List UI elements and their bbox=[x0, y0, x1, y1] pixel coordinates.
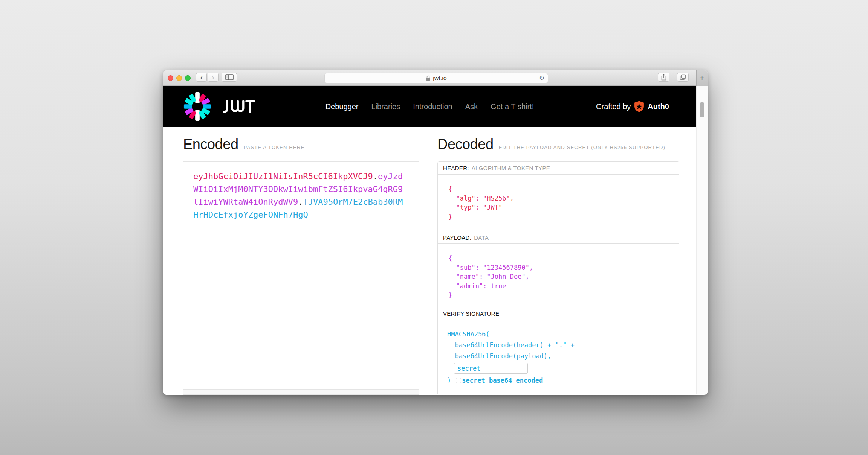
debugger-content: Encoded PASTE A TOKEN HERE eyJhbGciOiJIU… bbox=[163, 127, 696, 394]
secret-input[interactable] bbox=[454, 363, 528, 374]
nav-links: Debugger Libraries Introduction Ask Get … bbox=[326, 102, 534, 111]
token-separator-dot: . bbox=[373, 172, 378, 181]
close-window-button[interactable] bbox=[168, 75, 173, 81]
crafted-by-label: Crafted by bbox=[596, 102, 631, 111]
browser-window: ‹ › jwt.io ↻ bbox=[163, 70, 708, 395]
header-json-editor[interactable]: { "alg": "HS256", "typ": "JWT" } bbox=[438, 175, 679, 231]
https-lock-icon bbox=[426, 75, 431, 81]
tab-overview-button[interactable] bbox=[677, 73, 689, 82]
encoded-token-box[interactable]: eyJhbGciOiJIUzI1NiIsInR5cCI6IkpXVCJ9.eyJ… bbox=[183, 161, 419, 390]
nav-item-libraries[interactable]: Libraries bbox=[371, 102, 400, 111]
tabs-icon bbox=[680, 74, 686, 80]
back-icon: ‹ bbox=[200, 73, 203, 81]
encoded-caption: PASTE A TOKEN HERE bbox=[244, 145, 305, 150]
verify-signature-label: VERIFY SIGNATURE bbox=[443, 310, 499, 317]
token-separator-dot: . bbox=[298, 197, 303, 207]
nav-item-tshirt[interactable]: Get a T-shirt! bbox=[491, 102, 534, 111]
payload-sublabel: DATA bbox=[474, 234, 489, 241]
jwt-logo[interactable] bbox=[183, 92, 255, 121]
page-scrollbar-thumb[interactable] bbox=[700, 102, 704, 117]
jwt-token-text[interactable]: eyJhbGciOiJIUzI1NiIsInR5cCI6IkpXVCJ9.eyJ… bbox=[193, 170, 404, 221]
decoded-caption: EDIT THE PAYLOAD AND SECRET (ONLY HS256 … bbox=[499, 145, 665, 150]
decoded-heading: Decoded EDIT THE PAYLOAD AND SECRET (ONL… bbox=[437, 136, 665, 152]
close-paren-text: ) bbox=[447, 377, 451, 384]
jwt-io-page: Debugger Libraries Introduction Ask Get … bbox=[163, 86, 696, 394]
share-button[interactable] bbox=[658, 73, 669, 82]
secret-base64-checkbox[interactable] bbox=[456, 378, 461, 383]
payload-section-content: { "sub": "1234567890", "name": "John Doe… bbox=[438, 244, 679, 307]
crafted-by-auth0[interactable]: Crafted by Auth0 bbox=[596, 101, 669, 112]
jwt-wordmark-icon bbox=[220, 99, 255, 114]
encoded-title: Encoded bbox=[183, 136, 238, 152]
decoded-panel: HEADER: ALGORITHM & TOKEN TYPE { "alg": … bbox=[437, 161, 679, 394]
verify-section-title: VERIFY SIGNATURE bbox=[438, 307, 679, 320]
auth0-shield-icon bbox=[634, 101, 644, 112]
back-button[interactable]: ‹ bbox=[196, 73, 207, 82]
forward-icon: › bbox=[212, 73, 214, 81]
jwt-pinwheel-icon bbox=[183, 92, 212, 121]
address-bar[interactable]: jwt.io ↻ bbox=[324, 73, 548, 83]
share-icon bbox=[661, 74, 667, 81]
traffic-lights bbox=[168, 75, 191, 81]
nav-item-ask[interactable]: Ask bbox=[465, 102, 478, 111]
sidebar-icon bbox=[225, 74, 234, 80]
next-section-stub bbox=[183, 390, 419, 395]
page-scrollbar-track[interactable] bbox=[696, 86, 708, 394]
zoom-window-button[interactable] bbox=[185, 75, 191, 81]
auth0-label: Auth0 bbox=[648, 102, 669, 111]
header-label: HEADER: bbox=[443, 165, 469, 171]
encoded-heading: Encoded PASTE A TOKEN HERE bbox=[183, 136, 304, 152]
reload-icon[interactable]: ↻ bbox=[539, 74, 544, 82]
site-navbar: Debugger Libraries Introduction Ask Get … bbox=[163, 86, 696, 127]
header-section-content: { "alg": "HS256", "typ": "JWT" } bbox=[438, 175, 679, 231]
minimize-window-button[interactable] bbox=[176, 75, 182, 81]
header-sublabel: ALGORITHM & TOKEN TYPE bbox=[472, 165, 550, 171]
decoded-title: Decoded bbox=[437, 136, 494, 152]
payload-json-editor[interactable]: { "sub": "1234567890", "name": "John Doe… bbox=[438, 244, 679, 307]
header-section-title: HEADER: ALGORITHM & TOKEN TYPE bbox=[438, 162, 679, 175]
new-tab-button[interactable]: + bbox=[696, 70, 708, 86]
sidebar-button[interactable] bbox=[222, 73, 237, 82]
forward-button[interactable]: › bbox=[208, 73, 219, 82]
browser-titlebar: ‹ › jwt.io ↻ bbox=[163, 70, 708, 86]
verify-close-row: ) secret base64 encoded bbox=[447, 377, 679, 384]
browser-viewport: Debugger Libraries Introduction Ask Get … bbox=[163, 86, 708, 394]
token-header-segment: eyJhbGciOiJIUzI1NiIsInR5cCI6IkpXVCJ9 bbox=[193, 172, 373, 181]
secret-base64-label[interactable]: secret base64 encoded bbox=[462, 377, 543, 384]
payload-label: PAYLOAD: bbox=[443, 234, 471, 241]
nav-item-introduction[interactable]: Introduction bbox=[413, 102, 452, 111]
url-text: jwt.io bbox=[433, 75, 446, 82]
plus-icon: + bbox=[700, 74, 704, 82]
verify-section-content: HMACSHA256( base64UrlEncode(header) + ".… bbox=[438, 320, 679, 393]
nav-item-debugger[interactable]: Debugger bbox=[326, 102, 359, 111]
hmac-code-text: HMACSHA256( base64UrlEncode(header) + ".… bbox=[447, 329, 679, 362]
payload-section-title: PAYLOAD: DATA bbox=[438, 231, 679, 244]
